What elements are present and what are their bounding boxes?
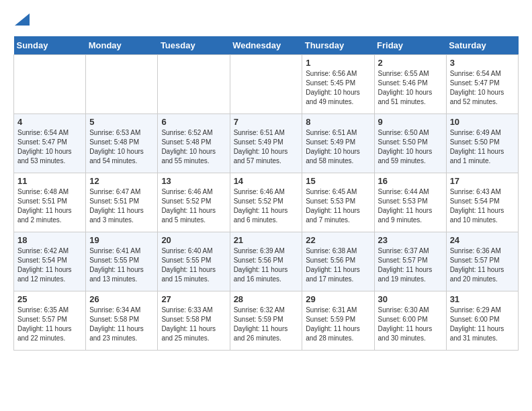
day-number: 3 xyxy=(450,58,515,68)
day-number: 10 xyxy=(450,117,515,127)
week-row-4: 18Sunrise: 6:42 AM Sunset: 5:54 PM Dayli… xyxy=(14,232,519,291)
day-info: Sunrise: 6:48 AM Sunset: 5:51 PM Dayligh… xyxy=(17,187,82,225)
svg-marker-0 xyxy=(15,13,30,26)
day-number: 22 xyxy=(306,235,370,245)
day-cell-7: 7Sunrise: 6:51 AM Sunset: 5:49 PM Daylig… xyxy=(230,114,302,173)
weekday-header-friday: Friday xyxy=(374,36,446,55)
day-number: 5 xyxy=(89,117,154,127)
day-cell-6: 6Sunrise: 6:52 AM Sunset: 5:48 PM Daylig… xyxy=(158,114,230,173)
day-cell-31: 31Sunrise: 6:29 AM Sunset: 6:00 PM Dayli… xyxy=(446,291,518,351)
day-cell-3: 3Sunrise: 6:54 AM Sunset: 5:47 PM Daylig… xyxy=(446,55,518,114)
day-info: Sunrise: 6:32 AM Sunset: 5:59 PM Dayligh… xyxy=(234,306,299,343)
day-info: Sunrise: 6:51 AM Sunset: 5:49 PM Dayligh… xyxy=(234,128,299,166)
empty-cell xyxy=(158,55,230,114)
day-number: 4 xyxy=(17,117,82,127)
day-cell-24: 24Sunrise: 6:36 AM Sunset: 5:57 PM Dayli… xyxy=(446,232,518,291)
day-cell-5: 5Sunrise: 6:53 AM Sunset: 5:48 PM Daylig… xyxy=(86,114,158,173)
day-info: Sunrise: 6:36 AM Sunset: 5:57 PM Dayligh… xyxy=(450,246,515,284)
day-cell-13: 13Sunrise: 6:46 AM Sunset: 5:52 PM Dayli… xyxy=(158,173,230,232)
day-cell-19: 19Sunrise: 6:41 AM Sunset: 5:55 PM Dayli… xyxy=(86,232,158,291)
day-cell-9: 9Sunrise: 6:50 AM Sunset: 5:50 PM Daylig… xyxy=(374,114,446,173)
day-info: Sunrise: 6:40 AM Sunset: 5:55 PM Dayligh… xyxy=(161,246,226,284)
empty-cell xyxy=(86,55,158,114)
weekday-header-row: SundayMondayTuesdayWednesdayThursdayFrid… xyxy=(14,36,519,55)
day-number: 14 xyxy=(234,176,299,186)
calendar-table: SundayMondayTuesdayWednesdayThursdayFrid… xyxy=(13,36,519,351)
day-cell-15: 15Sunrise: 6:45 AM Sunset: 5:53 PM Dayli… xyxy=(302,173,374,232)
day-number: 17 xyxy=(450,176,515,186)
day-info: Sunrise: 6:45 AM Sunset: 5:53 PM Dayligh… xyxy=(306,187,370,225)
day-cell-27: 27Sunrise: 6:33 AM Sunset: 5:58 PM Dayli… xyxy=(158,291,230,351)
day-number: 31 xyxy=(450,294,515,304)
day-number: 9 xyxy=(378,117,443,127)
empty-cell xyxy=(14,55,86,114)
logo xyxy=(13,13,30,26)
day-info: Sunrise: 6:49 AM Sunset: 5:50 PM Dayligh… xyxy=(450,128,515,166)
day-number: 20 xyxy=(161,235,226,245)
day-cell-12: 12Sunrise: 6:47 AM Sunset: 5:51 PM Dayli… xyxy=(86,173,158,232)
day-number: 25 xyxy=(17,294,82,304)
day-number: 26 xyxy=(89,294,154,304)
day-cell-8: 8Sunrise: 6:51 AM Sunset: 5:49 PM Daylig… xyxy=(302,114,374,173)
day-info: Sunrise: 6:39 AM Sunset: 5:56 PM Dayligh… xyxy=(234,246,299,284)
day-info: Sunrise: 6:55 AM Sunset: 5:46 PM Dayligh… xyxy=(378,69,443,107)
weekday-header-tuesday: Tuesday xyxy=(158,36,230,55)
day-number: 29 xyxy=(306,294,370,304)
day-info: Sunrise: 6:34 AM Sunset: 5:58 PM Dayligh… xyxy=(89,306,154,343)
day-cell-14: 14Sunrise: 6:46 AM Sunset: 5:52 PM Dayli… xyxy=(230,173,302,232)
day-number: 6 xyxy=(161,117,226,127)
day-info: Sunrise: 6:54 AM Sunset: 5:47 PM Dayligh… xyxy=(450,69,515,107)
day-number: 30 xyxy=(378,294,443,304)
day-info: Sunrise: 6:38 AM Sunset: 5:56 PM Dayligh… xyxy=(306,246,370,284)
day-number: 18 xyxy=(17,235,82,245)
week-row-2: 4Sunrise: 6:54 AM Sunset: 5:47 PM Daylig… xyxy=(14,114,519,173)
day-cell-22: 22Sunrise: 6:38 AM Sunset: 5:56 PM Dayli… xyxy=(302,232,374,291)
day-number: 11 xyxy=(17,176,82,186)
day-cell-23: 23Sunrise: 6:37 AM Sunset: 5:57 PM Dayli… xyxy=(374,232,446,291)
page-header xyxy=(13,13,519,26)
week-row-3: 11Sunrise: 6:48 AM Sunset: 5:51 PM Dayli… xyxy=(14,173,519,232)
day-info: Sunrise: 6:50 AM Sunset: 5:50 PM Dayligh… xyxy=(378,128,443,166)
day-cell-2: 2Sunrise: 6:55 AM Sunset: 5:46 PM Daylig… xyxy=(374,55,446,114)
day-number: 21 xyxy=(234,235,299,245)
day-cell-1: 1Sunrise: 6:56 AM Sunset: 5:45 PM Daylig… xyxy=(302,55,374,114)
day-cell-28: 28Sunrise: 6:32 AM Sunset: 5:59 PM Dayli… xyxy=(230,291,302,351)
logo-icon xyxy=(15,13,30,26)
week-row-1: 1Sunrise: 6:56 AM Sunset: 5:45 PM Daylig… xyxy=(14,55,519,114)
day-number: 16 xyxy=(378,176,443,186)
day-info: Sunrise: 6:54 AM Sunset: 5:47 PM Dayligh… xyxy=(17,128,82,166)
day-cell-30: 30Sunrise: 6:30 AM Sunset: 6:00 PM Dayli… xyxy=(374,291,446,351)
weekday-header-monday: Monday xyxy=(86,36,158,55)
day-number: 12 xyxy=(89,176,154,186)
day-number: 7 xyxy=(234,117,299,127)
day-info: Sunrise: 6:33 AM Sunset: 5:58 PM Dayligh… xyxy=(161,306,226,343)
day-cell-17: 17Sunrise: 6:43 AM Sunset: 5:54 PM Dayli… xyxy=(446,173,518,232)
day-number: 19 xyxy=(89,235,154,245)
day-number: 24 xyxy=(450,235,515,245)
day-info: Sunrise: 6:53 AM Sunset: 5:48 PM Dayligh… xyxy=(89,128,154,166)
day-number: 28 xyxy=(234,294,299,304)
day-number: 23 xyxy=(378,235,443,245)
empty-cell xyxy=(230,55,302,114)
day-number: 13 xyxy=(161,176,226,186)
day-cell-11: 11Sunrise: 6:48 AM Sunset: 5:51 PM Dayli… xyxy=(14,173,86,232)
day-info: Sunrise: 6:29 AM Sunset: 6:00 PM Dayligh… xyxy=(450,306,515,343)
weekday-header-thursday: Thursday xyxy=(302,36,374,55)
weekday-header-wednesday: Wednesday xyxy=(230,36,302,55)
day-cell-18: 18Sunrise: 6:42 AM Sunset: 5:54 PM Dayli… xyxy=(14,232,86,291)
weekday-header-sunday: Sunday xyxy=(14,36,86,55)
day-info: Sunrise: 6:41 AM Sunset: 5:55 PM Dayligh… xyxy=(89,246,154,284)
day-info: Sunrise: 6:56 AM Sunset: 5:45 PM Dayligh… xyxy=(306,69,370,107)
day-info: Sunrise: 6:31 AM Sunset: 5:59 PM Dayligh… xyxy=(306,306,370,343)
day-cell-29: 29Sunrise: 6:31 AM Sunset: 5:59 PM Dayli… xyxy=(302,291,374,351)
day-cell-25: 25Sunrise: 6:35 AM Sunset: 5:57 PM Dayli… xyxy=(14,291,86,351)
day-info: Sunrise: 6:52 AM Sunset: 5:48 PM Dayligh… xyxy=(161,128,226,166)
day-cell-16: 16Sunrise: 6:44 AM Sunset: 5:53 PM Dayli… xyxy=(374,173,446,232)
day-info: Sunrise: 6:51 AM Sunset: 5:49 PM Dayligh… xyxy=(306,128,370,166)
day-number: 8 xyxy=(306,117,370,127)
day-cell-21: 21Sunrise: 6:39 AM Sunset: 5:56 PM Dayli… xyxy=(230,232,302,291)
week-row-5: 25Sunrise: 6:35 AM Sunset: 5:57 PM Dayli… xyxy=(14,291,519,351)
day-cell-26: 26Sunrise: 6:34 AM Sunset: 5:58 PM Dayli… xyxy=(86,291,158,351)
day-number: 2 xyxy=(378,58,443,68)
day-number: 15 xyxy=(306,176,370,186)
